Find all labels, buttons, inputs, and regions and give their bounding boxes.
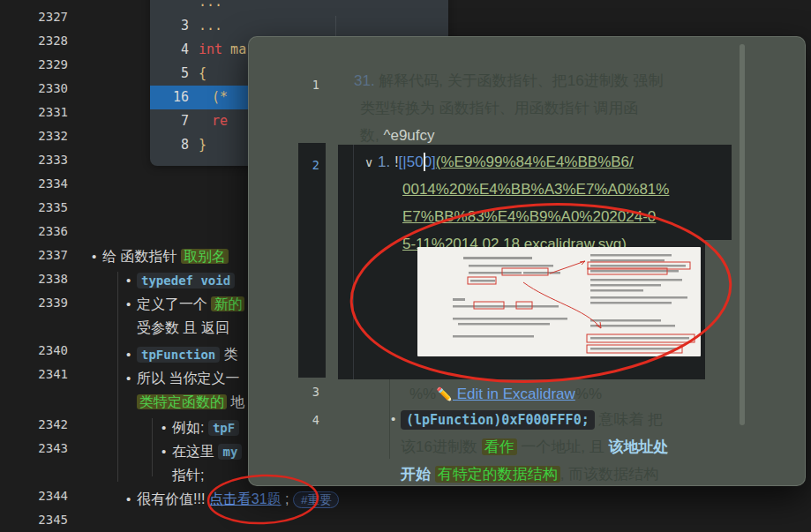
bluelink[interactable]: Edit in Excalidraw: [453, 386, 575, 402]
dim: 该16进制数: [401, 438, 482, 455]
active-line-gutter-bg: [298, 143, 326, 378]
indent-guide: [353, 145, 354, 379]
line-number: 2327: [19, 7, 68, 26]
line-number: 2342: [19, 415, 68, 434]
code-line[interactable]: 3...: [150, 14, 448, 38]
url[interactable]: (%E9%99%84%E4%BB%B6/: [436, 154, 634, 170]
popup-scrollbar[interactable]: [740, 44, 745, 425]
line-number: 2345: [19, 510, 68, 529]
green-chip: 看作: [482, 438, 517, 455]
popup-line[interactable]: ∨ 1. ![|500](%E9%99%84%E4%BB%B6/: [364, 150, 634, 175]
list-bullet: •: [92, 246, 96, 267]
editor-line[interactable]: 指针;: [172, 465, 204, 486]
tag[interactable]: #重要: [293, 491, 340, 508]
code-text: re: [212, 109, 228, 133]
editor-line[interactable]: 很有价值!!! 点击看31题 ; #重要: [137, 489, 339, 510]
editor-line[interactable]: 定义了一个 新的: [137, 294, 244, 315]
url[interactable]: E7%BB%83%E4%B9%A0%202024-0: [402, 208, 656, 225]
popup-line[interactable]: 类型转换为 函数指针、用函数指针 调用函: [360, 96, 638, 121]
popup-line[interactable]: 0014%20%E4%BB%A3%E7%A0%81%: [402, 177, 669, 202]
editor-line[interactable]: typedef void: [137, 270, 235, 291]
code--chip[interactable]: tpFunction: [137, 347, 220, 363]
popup-line[interactable]: 该16进制数 看作 一个地址, 且 该地址处: [401, 435, 669, 460]
code-token: }: [199, 137, 207, 153]
code-line-number: 3: [157, 14, 189, 38]
code-line-number: 16: [157, 86, 189, 109]
editor-line[interactable]: 在这里 my: [172, 441, 242, 462]
boldcyan: 开始: [401, 466, 431, 483]
excalidraw-sketch: [417, 247, 701, 356]
listnum: 1.: [373, 154, 394, 170]
green--chip: 取别名: [181, 249, 229, 264]
line-number: 2332: [19, 126, 68, 146]
indent-guide: [389, 379, 390, 459]
list-bullet: •: [391, 411, 395, 426]
popup-line[interactable]: E7%BB%83%E4%B9%A0%202024-0: [402, 205, 656, 229]
code-line[interactable]: ...: [150, 0, 448, 14]
line-number: 2337: [19, 245, 68, 265]
line-number: 2333: [19, 150, 68, 169]
editor-line[interactable]: 类特定函数的 地: [137, 392, 244, 413]
dim: 意味着 把: [595, 411, 663, 428]
code-token: {: [199, 65, 207, 81]
hover-preview-popup[interactable]: 1234 31. 解释代码, 关于函数指针、把16进制数 强制类型转换为 函数指…: [248, 36, 806, 486]
popup-line[interactable]: %%✏️ Edit in Excalidraw%%: [409, 382, 602, 407]
list-bullet: •: [161, 417, 166, 438]
dim: 数,: [360, 127, 383, 144]
line-number: 2338: [19, 269, 68, 288]
dim: %%: [409, 386, 436, 402]
popup-line[interactable]: 31. 解释代码, 关于函数指针、把16进制数 强制: [354, 69, 663, 94]
blue: [|500]: [399, 154, 436, 170]
editor-line[interactable]: 例如: tpF: [172, 417, 239, 438]
editor-line[interactable]: 所以 当你定义一: [137, 368, 239, 389]
editor-line[interactable]: tpFunction 类: [137, 344, 238, 365]
code-token: int: [199, 41, 222, 57]
popup-line-number: 2: [300, 156, 319, 174]
dim: 解释代码, 关于函数指针、把16进制数 强制: [379, 72, 663, 89]
dim: , 而该数据结构: [560, 466, 658, 483]
code-text: (*: [212, 86, 228, 109]
popup-line-number: 1: [300, 76, 319, 94]
code-token: ...: [199, 0, 222, 10]
popup-line[interactable]: (lpFunction)0xF000FFF0; 意味着 把: [401, 408, 663, 432]
plain: 例如:: [172, 420, 208, 435]
list-bullet: •: [126, 368, 131, 389]
cursor-caret: [424, 153, 425, 171]
plain: 受参数 且 返回: [137, 320, 229, 335]
plain: 指针;: [172, 468, 204, 483]
plain: 类: [220, 347, 237, 362]
line-number: 2329: [19, 55, 68, 74]
dim: 类型转换为 函数指针、用函数指针 调用函: [360, 100, 638, 116]
plain: 定义了一个: [137, 296, 211, 311]
boldcyan: 该地址处: [609, 438, 669, 455]
code--chip[interactable]: tpF: [208, 420, 239, 436]
code-text: ...: [199, 0, 222, 14]
code-text: {: [199, 62, 207, 86]
code-line-number: 4: [157, 38, 189, 62]
popup-line[interactable]: 数, ^e9ufcy: [360, 124, 435, 148]
code-chip[interactable]: (lpFunction)0xF000FFF0;: [401, 410, 595, 430]
url[interactable]: 0014%20%E4%BB%A3%E7%A0%81%: [402, 181, 669, 198]
popup-line-number: 3: [300, 383, 319, 401]
plain: 很有价值!!!: [137, 491, 209, 506]
popup-line[interactable]: 开始 有特定的数据结构, 而该数据结构: [401, 462, 658, 486]
excalidraw-embed-image[interactable]: [417, 247, 701, 356]
plain: 给 函数指针: [102, 249, 181, 264]
line-number: 2339: [19, 293, 68, 312]
code-line-number: 5: [157, 62, 189, 86]
code--chip[interactable]: my: [218, 444, 242, 460]
plain: 所以 当你定义一: [137, 371, 239, 386]
code-text: int ma: [199, 38, 246, 62]
code--chip[interactable]: typedef void: [137, 273, 235, 288]
line-number: 2343: [19, 438, 68, 458]
line-number: 2341: [19, 364, 68, 384]
list-bullet: •: [126, 270, 131, 291]
dim: %%: [575, 386, 602, 402]
editor-line[interactable]: 给 函数指针 取别名: [102, 246, 229, 267]
link[interactable]: 点击看31题: [209, 491, 282, 506]
line-number: 2331: [19, 102, 68, 122]
code-token: re: [212, 113, 228, 129]
editor-line[interactable]: 受参数 且 返回: [137, 318, 229, 339]
line-number: 2330: [19, 79, 68, 98]
numdim: 31.: [354, 72, 379, 89]
